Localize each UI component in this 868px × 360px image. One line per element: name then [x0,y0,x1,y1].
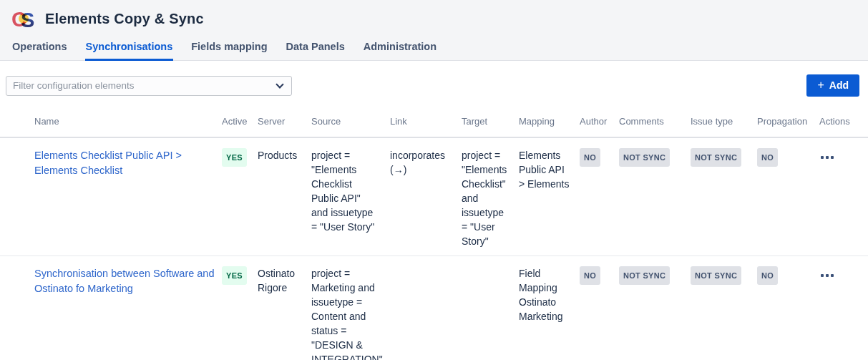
author-badge: NO [580,266,600,285]
propagation-badge: NO [757,148,778,167]
filter-configuration-select[interactable]: Filter configuration elements [6,76,292,96]
svg-text:S: S [21,9,34,31]
add-button-label: Add [829,79,849,91]
column-name: Name [34,107,222,137]
column-author: Author [580,107,619,137]
column-link: Link [390,107,462,137]
filter-select-placeholder: Filter configuration elements [13,80,135,91]
more-horizontal-icon[interactable] [819,152,835,163]
drag-handle-icon[interactable] [0,256,34,360]
target-cell [462,256,519,360]
source-cell: project = Marketing and issuetype = Cont… [311,256,390,360]
column-comments: Comments [619,107,691,137]
server-cell: Products [258,137,311,256]
chevron-down-icon [275,80,283,88]
comments-badge: NOT SYNC [619,148,670,167]
tab-bar: Operations Synchronisations Fields mappi… [0,37,868,61]
column-actions: Actions [819,107,868,137]
propagation-badge: NO [757,266,778,285]
column-target: Target [462,107,519,137]
tab-administration[interactable]: Administration [363,37,437,61]
column-active: Active [222,107,258,137]
mapping-cell: Elements Public API > Elements [519,137,580,256]
link-cell [390,256,462,360]
server-cell: Ostinato Rigore [258,256,311,360]
tab-data-panels[interactable]: Data Panels [286,37,346,61]
tab-fields-mapping[interactable]: Fields mapping [190,37,268,61]
comments-badge: NOT SYNC [619,266,670,285]
drag-handle-icon[interactable] [0,137,34,256]
author-badge: NO [580,148,600,167]
active-badge: YES [222,266,247,285]
table-header-row: Name Active Server Source Link Target Ma… [0,107,868,137]
app-logo-icon: C S [11,6,36,31]
column-handle [0,107,34,137]
tab-operations[interactable]: Operations [11,37,68,61]
link-cell: incorporates (→) [390,137,462,256]
target-cell: project = "Elements Checklist" and issue… [462,137,519,256]
sync-name-link[interactable]: Elements Checklist Public API > Elements… [34,148,218,178]
sync-name-link[interactable]: Synchronisation between Software and Ost… [34,266,218,296]
active-badge: YES [222,148,247,167]
mapping-cell: Field Mapping Ostinato Marketing [519,256,580,360]
more-horizontal-icon[interactable] [819,270,835,281]
table-row: Synchronisation between Software and Ost… [0,256,868,360]
tab-synchronisations[interactable]: Synchronisations [85,37,174,61]
synchronisations-table: Name Active Server Source Link Target Ma… [0,107,868,360]
app-header: C S Elements Copy & Sync Operations Sync… [0,0,868,61]
add-button[interactable]: Add [806,74,859,97]
column-propagation: Propagation [757,107,819,137]
table-row: Elements Checklist Public API > Elements… [0,137,868,256]
plus-icon [817,79,824,91]
source-cell: project = "Elements Checklist Public API… [311,137,390,256]
column-server: Server [258,107,311,137]
issue-type-badge: NOT SYNC [691,148,741,167]
column-mapping: Mapping [519,107,580,137]
column-source: Source [311,107,390,137]
issue-type-badge: NOT SYNC [691,266,741,285]
page-title: Elements Copy & Sync [45,11,204,27]
toolbar: Filter configuration elements Add [0,61,868,107]
column-issue-type: Issue type [691,107,757,137]
